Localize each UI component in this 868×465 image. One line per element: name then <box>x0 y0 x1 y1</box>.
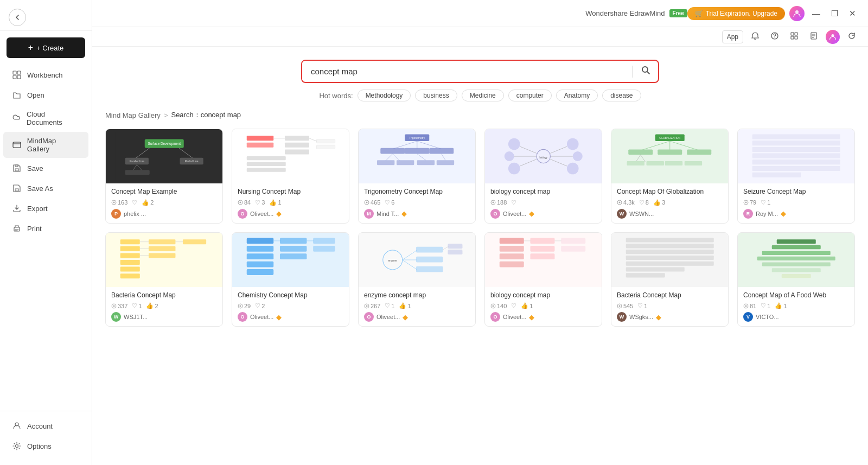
svg-rect-0 <box>13 71 16 74</box>
search-input[interactable] <box>302 61 633 81</box>
svg-rect-40 <box>285 136 309 141</box>
svg-rect-185 <box>777 239 816 244</box>
settings-icon[interactable] <box>806 29 821 44</box>
views-2: 84 <box>238 199 251 206</box>
card-stats-11: 545 ♡ 1 <box>617 302 723 309</box>
sidebar-item-print[interactable]: Print <box>3 219 88 238</box>
card-stats-8: 29 ♡ 2 <box>238 302 343 309</box>
like-5: 👍 3 <box>653 199 665 206</box>
svg-rect-108 <box>752 154 840 158</box>
search-button[interactable] <box>633 61 658 82</box>
views-8: 29 <box>238 303 251 309</box>
gallery-card-2[interactable]: Nursing Concept Map 84 ♡ 3 👍 1 O Oliveet… <box>232 129 349 224</box>
gallery-card-5[interactable]: GLOBALIZATION <box>611 129 729 224</box>
hot-tag-medicine[interactable]: Medicine <box>462 90 504 101</box>
hot-tag-business[interactable]: business <box>415 90 457 101</box>
gallery-card-9[interactable]: enzyme enzyme concept map <box>358 232 476 327</box>
breadcrumb-gallery[interactable]: Mind Map Gallery <box>105 111 161 119</box>
svg-rect-175 <box>626 238 714 242</box>
card-stats-6: 79 ♡ 1 <box>743 199 849 206</box>
gallery-label: MindMap Gallery <box>27 137 80 153</box>
author-name-9: Oliveet... <box>376 314 400 320</box>
card-stats-5: 4.3k ♡ 8 👍 3 <box>617 199 723 206</box>
sidebar-item-export[interactable]: Export <box>3 199 88 218</box>
sidebar-item-workbench[interactable]: Workbench <box>3 65 88 85</box>
svg-point-35 <box>113 202 115 203</box>
hot-tag-methodology[interactable]: Methodology <box>358 90 411 101</box>
svg-point-69 <box>366 202 368 203</box>
gallery-card-4[interactable]: biology <box>484 129 602 224</box>
gallery-card-1[interactable]: Surface Development Parallel Line Radial… <box>105 129 223 224</box>
svg-rect-33 <box>136 170 149 175</box>
maximize-button[interactable]: ❐ <box>828 7 841 21</box>
svg-rect-135 <box>247 261 274 267</box>
refresh-icon[interactable] <box>844 29 859 44</box>
svg-point-173 <box>493 305 494 307</box>
minimize-button[interactable]: — <box>809 7 824 20</box>
workbench-label: Workbench <box>27 71 63 79</box>
svg-rect-57 <box>380 148 405 154</box>
sidebar-item-save-as[interactable]: Save As <box>3 179 88 198</box>
sidebar-item-options[interactable]: Options <box>3 436 88 456</box>
views-4: 188 <box>490 199 507 206</box>
svg-rect-125 <box>149 253 176 258</box>
svg-point-183 <box>619 305 621 307</box>
svg-rect-181 <box>626 273 665 277</box>
close-button[interactable]: ✕ <box>846 7 859 21</box>
svg-rect-47 <box>247 162 286 166</box>
card-thumb-10 <box>485 233 602 287</box>
hot-tag-anatomy[interactable]: Anatomy <box>556 90 598 101</box>
svg-rect-14 <box>791 33 794 35</box>
gallery-grid: Surface Development Parallel Line Radial… <box>105 129 855 327</box>
author-avatar-1: P <box>111 209 121 219</box>
author-name-12: VICTO... <box>756 314 779 320</box>
card-info-4: biology concept map 188 ♡ O Oliveet... ◆ <box>485 183 602 223</box>
gallery-card-3[interactable]: Trigonometry <box>358 129 476 224</box>
user-avatar-2[interactable] <box>826 30 840 44</box>
user-avatar[interactable] <box>789 6 805 21</box>
hot-tag-computer[interactable]: computer <box>508 90 552 101</box>
gallery-card-10[interactable]: biology concept map 140 ♡ 👍 1 O Oliveet.… <box>484 232 602 327</box>
back-button[interactable] <box>9 9 26 26</box>
author-name-7: WSJ1T... <box>124 314 148 320</box>
svg-point-103 <box>619 202 621 203</box>
card-author-5: W WSWN... <box>617 209 723 219</box>
open-label: Open <box>27 91 44 99</box>
app-mode-label[interactable]: App <box>722 30 743 43</box>
trial-button[interactable]: 🛒 Trial Expiration. Upgrade <box>687 7 785 20</box>
svg-rect-2 <box>13 75 16 79</box>
svg-rect-190 <box>772 268 821 272</box>
sidebar-item-cloud[interactable]: Cloud Documents <box>3 105 88 131</box>
hot-tag-disease[interactable]: disease <box>602 90 641 101</box>
svg-rect-94 <box>658 149 682 155</box>
svg-rect-143 <box>313 245 335 251</box>
card-info-9: enzyme concept map 267 ♡ 1 👍 1 O Oliveet… <box>359 287 475 327</box>
sidebar-item-save[interactable]: Save <box>3 158 88 178</box>
sidebar-item-account[interactable]: Account <box>3 416 88 436</box>
gallery-card-6[interactable]: Seizure Concept Map 79 ♡ 1 R Roy M... ◆ <box>737 129 855 224</box>
author-name-1: phelix ... <box>124 211 146 217</box>
gallery-card-7[interactable]: Bacteria Concept Map 337 ♡ 1 👍 2 W WSJ1T… <box>105 232 223 327</box>
gallery-icon <box>12 140 22 150</box>
sidebar-item-open[interactable]: Open <box>3 85 88 105</box>
svg-rect-163 <box>500 253 524 259</box>
notification-icon[interactable] <box>748 29 763 44</box>
svg-point-10 <box>16 445 18 448</box>
card-author-10: O Oliveet... ◆ <box>490 312 596 322</box>
main-content: Wondershare EdrawMind Free 🛒 Trial Expir… <box>92 0 868 465</box>
sidebar-item-mindmap-gallery[interactable]: MindMap Gallery <box>3 132 88 158</box>
gallery-card-12[interactable]: Concept Map of A Food Web 81 ♡ 1 👍 1 V V… <box>737 232 855 327</box>
svg-rect-127 <box>120 266 140 271</box>
svg-rect-98 <box>627 161 644 165</box>
create-label: + Create <box>36 44 63 52</box>
svg-rect-134 <box>247 253 274 259</box>
gallery-card-8[interactable]: Chemistry Concept Map 29 ♡ 2 O Oliveet..… <box>232 232 349 327</box>
svg-rect-156 <box>448 244 462 249</box>
help-icon[interactable] <box>767 29 782 44</box>
card-title-5: Concept Map Of Globalization <box>617 188 723 196</box>
card-stats-9: 267 ♡ 1 👍 1 <box>364 302 470 309</box>
gallery-card-11[interactable]: Bacteria Concept Map 545 ♡ 1 W WSgks... … <box>611 232 729 327</box>
create-button[interactable]: + + Create <box>7 37 85 58</box>
svg-rect-128 <box>120 273 140 278</box>
grid-icon[interactable] <box>787 29 802 44</box>
